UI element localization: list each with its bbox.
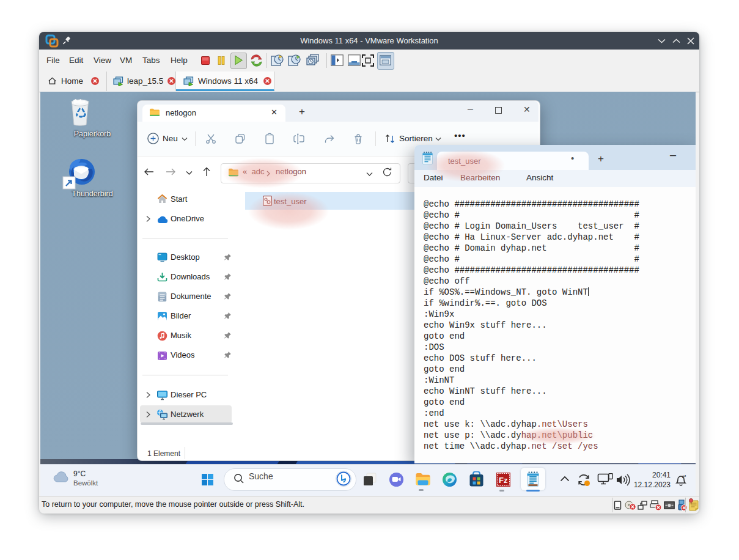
svg-text:z: z [685,474,686,477]
svg-text:Fz: Fz [499,476,508,485]
